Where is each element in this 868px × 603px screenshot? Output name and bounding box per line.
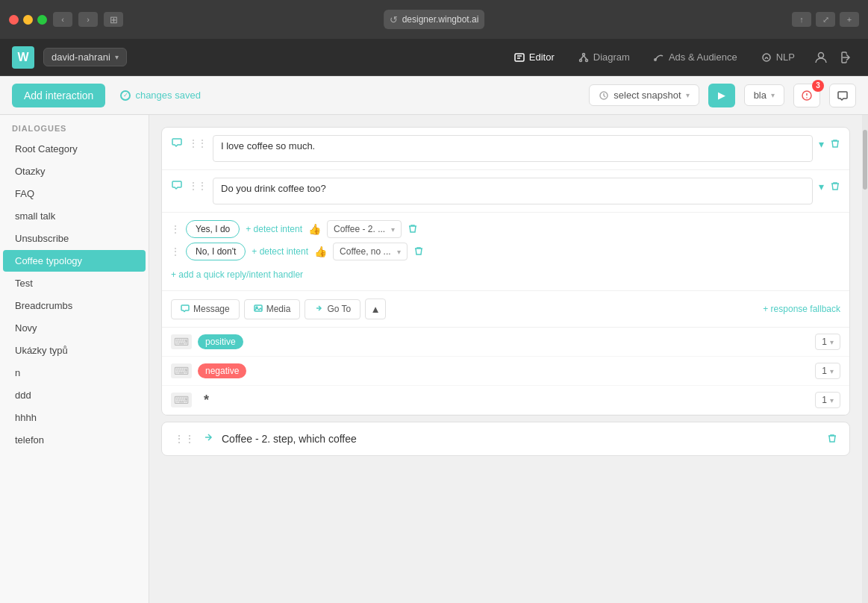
- sidebar-item-breadcrumbs[interactable]: Breadcrumbs: [3, 295, 146, 316]
- sidebar-item-coffee-typology[interactable]: Coffee typology: [3, 250, 146, 272]
- sidebar-item-ukazky-typu[interactable]: Ukázky typů: [3, 340, 146, 361]
- quick-reply-row-1: ⋮ Yes, I do detect intent 👍 Coffee - 2. …: [171, 220, 840, 238]
- delete-card-2-button[interactable]: [827, 433, 837, 446]
- message-action-button[interactable]: Message: [171, 299, 240, 319]
- sidebar-item-test[interactable]: Test: [3, 272, 146, 294]
- qr-drag-handle-1[interactable]: ⋮: [171, 224, 180, 234]
- response-fallback-button[interactable]: response fallback: [763, 304, 840, 314]
- tab-nlp-label: NLP: [776, 51, 795, 63]
- play-button[interactable]: ▶: [708, 84, 735, 107]
- intent-dropdown-chevron-1: ▾: [391, 225, 395, 234]
- intent-dropdown-1[interactable]: Coffee - 2. ... ▾: [327, 220, 402, 238]
- env-value: bla: [754, 90, 766, 101]
- delete-qr-1-button[interactable]: [408, 223, 418, 236]
- diagram-icon: [578, 52, 589, 63]
- snapshot-chevron-icon: ▾: [686, 91, 690, 99]
- quick-reply-row-2: ⋮ No, I don't detect intent 👍 Coffee, no…: [171, 243, 840, 260]
- sidebar-item-hhhh[interactable]: hhhh: [3, 407, 146, 428]
- sidebar-item-n[interactable]: n: [3, 362, 146, 384]
- user-icon-button[interactable]: [811, 48, 831, 67]
- sidebar-item-unsubscribe[interactable]: Unsubscribe: [3, 228, 146, 249]
- keyboard-icon-2: ⌨: [171, 363, 192, 378]
- positive-intent-chip: positive: [198, 334, 243, 349]
- add-quick-reply-button[interactable]: add a quick reply/intent handler: [171, 266, 303, 283]
- positive-num-selector[interactable]: 1 ▾: [815, 334, 840, 350]
- scrollbar-track[interactable]: [862, 115, 868, 603]
- sidebar-item-small-talk[interactable]: small talk: [3, 205, 146, 227]
- goto-action-button[interactable]: Go To: [305, 299, 360, 319]
- svg-line-6: [581, 55, 584, 59]
- expand-icon-1[interactable]: ▾: [819, 138, 824, 150]
- scrollbar-thumb[interactable]: [863, 130, 867, 190]
- sidebar-item-ddd[interactable]: ddd: [3, 384, 146, 406]
- delete-message-2-button[interactable]: [830, 181, 840, 193]
- expand-icon-2[interactable]: ▾: [819, 181, 824, 193]
- tab-diagram[interactable]: Diagram: [568, 47, 640, 67]
- sidebar: DIALOGUES Root Category Otazky FAQ small…: [0, 115, 149, 603]
- forward-button[interactable]: ›: [78, 12, 98, 27]
- reload-icon: ↺: [390, 14, 398, 25]
- qr-chip-2: No, I don't: [186, 243, 246, 260]
- close-button[interactable]: [9, 15, 19, 25]
- asterisk-num-selector[interactable]: 1 ▾: [815, 392, 840, 408]
- svg-point-10: [819, 52, 824, 57]
- detect-intent-button-1[interactable]: detect intent: [246, 224, 302, 234]
- logout-icon: [840, 51, 853, 64]
- changes-saved-indicator: changes saved: [120, 90, 200, 101]
- snapshot-selector[interactable]: select snapshot ▾: [589, 84, 699, 106]
- chat-icon: [837, 90, 849, 101]
- detect-intent-button-2[interactable]: detect intent: [252, 246, 308, 257]
- delete-message-1-button[interactable]: [830, 138, 840, 151]
- drag-handle-1[interactable]: ⋮⋮: [189, 138, 207, 149]
- user-icon: [814, 51, 828, 64]
- content-area: ⋮⋮ ▾ ⋮⋮ ▾: [149, 115, 862, 603]
- new-tab-button[interactable]: +: [840, 12, 859, 27]
- expand-button[interactable]: ⤢: [816, 12, 835, 27]
- alert-button[interactable]: 3: [793, 84, 820, 107]
- sidebar-item-telefon[interactable]: telefon: [3, 429, 146, 451]
- minimize-button[interactable]: [23, 15, 33, 25]
- card-2-title: Coffee - 2. step, which coffee: [222, 433, 357, 445]
- message-input-1[interactable]: [213, 135, 813, 162]
- message-action-icon: [181, 304, 190, 315]
- media-action-button[interactable]: Media: [244, 299, 301, 319]
- tab-editor[interactable]: Editor: [504, 47, 565, 67]
- qr-drag-handle-2[interactable]: ⋮: [171, 246, 180, 257]
- action-buttons-row: Message Media Go To ▲: [162, 291, 849, 328]
- changes-saved-icon: [120, 90, 131, 101]
- chat-button[interactable]: [829, 84, 856, 107]
- back-button[interactable]: ‹: [53, 12, 72, 27]
- tab-ads-audience[interactable]: Ads & Audience: [643, 47, 748, 67]
- sidebar-item-root-category[interactable]: Root Category: [3, 138, 146, 160]
- workspace-chevron-icon: ▾: [115, 53, 119, 61]
- dialogue-card-2: ⋮⋮ Coffee - 2. step, which coffee: [161, 422, 850, 456]
- add-interaction-button[interactable]: Add interaction: [12, 84, 105, 107]
- sidebar-item-novy[interactable]: Novy: [3, 317, 146, 339]
- url-text: designer.wingbot.ai: [402, 14, 479, 25]
- intent-dropdown-value-1: Coffee - 2. ...: [334, 224, 385, 234]
- dialogue-card-2-header: ⋮⋮ Coffee - 2. step, which coffee: [162, 422, 849, 455]
- goto-action-icon: [314, 304, 323, 315]
- sidebar-item-faq[interactable]: FAQ: [3, 183, 146, 204]
- drag-handle-2[interactable]: ⋮⋮: [189, 181, 207, 191]
- sidebar-item-otazky[interactable]: Otazky: [3, 160, 146, 182]
- asterisk-intent-chip: *: [198, 393, 215, 408]
- header-nav: Editor Diagram Ads & Audience NLP: [504, 47, 805, 67]
- message-input-2[interactable]: [213, 178, 813, 204]
- intent-dropdown-2[interactable]: Coffee, no ... ▾: [333, 243, 408, 260]
- share-button[interactable]: ↑: [792, 12, 811, 27]
- asterisk-num-chevron-icon: ▾: [830, 396, 834, 404]
- negative-num-selector[interactable]: 1 ▾: [815, 363, 840, 379]
- tab-nlp[interactable]: NLP: [751, 47, 805, 67]
- keyboard-icon-3: ⌨: [171, 393, 192, 407]
- delete-qr-2-button[interactable]: [413, 246, 424, 258]
- app-header: W david-nahrani ▾ Editor Diagram Ads & A…: [0, 39, 868, 76]
- collapse-button[interactable]: ▲: [365, 299, 386, 319]
- logout-button[interactable]: [837, 48, 856, 67]
- thumbs-up-icon-2: 👍: [314, 246, 327, 257]
- card-2-drag-handle[interactable]: ⋮⋮: [174, 433, 195, 445]
- workspace-selector[interactable]: david-nahrani ▾: [43, 48, 127, 66]
- grid-view-button[interactable]: ⊞: [104, 12, 123, 27]
- maximize-button[interactable]: [37, 15, 47, 25]
- env-selector[interactable]: bla ▾: [744, 84, 784, 106]
